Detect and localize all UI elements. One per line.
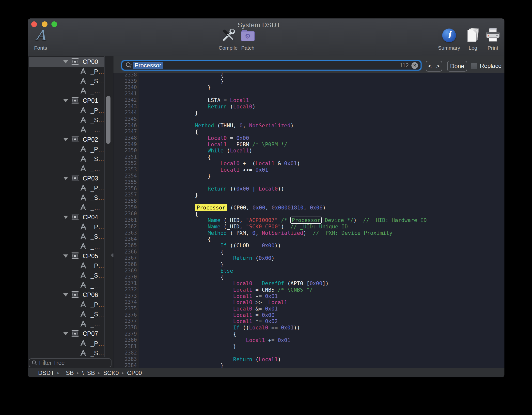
line-number: 2349 — [115, 141, 137, 148]
tree-leaf-label: _P… — [91, 107, 104, 114]
disclosure-triangle-icon[interactable] — [63, 254, 68, 258]
tree-scrollbar-thumb[interactable] — [106, 96, 110, 144]
tree-node-cp06[interactable]: CP06 — [29, 290, 104, 300]
method-icon — [79, 271, 87, 280]
line-number: 2362 — [115, 223, 137, 230]
tree-node-cp02[interactable]: CP02 — [29, 135, 104, 145]
tree-leaf-cp00[interactable]: _P… — [29, 67, 104, 77]
tree-leaf-cp01[interactable]: _… — [29, 125, 104, 135]
find-next-button[interactable]: > — [434, 61, 442, 71]
fonts-button[interactable]: A Fonts — [34, 26, 47, 51]
disclosure-triangle-icon[interactable] — [63, 177, 68, 180]
tree-node-cp07[interactable]: CP07 — [29, 329, 104, 339]
replace-checkbox[interactable] — [471, 63, 477, 69]
tree-leaf-cp00[interactable]: _… — [29, 86, 104, 96]
tree-leaf-cp05[interactable]: _… — [29, 281, 104, 290]
tree-leaf-cp04[interactable]: _P… — [29, 222, 104, 232]
line-number: 2374 — [115, 299, 137, 306]
disclosure-triangle-icon[interactable] — [63, 60, 68, 63]
code-line-2359: Processor (CP00, 0x00, 0x00001810, 0x06) — [144, 205, 326, 211]
done-button[interactable]: Done — [447, 61, 467, 72]
tree-leaf-cp04[interactable]: _… — [29, 242, 104, 252]
clear-search-icon[interactable]: ✕ — [411, 62, 418, 69]
method-icon — [79, 145, 87, 153]
processor-device-icon — [71, 330, 79, 338]
tree-leaf-cp03[interactable]: _… — [29, 203, 104, 213]
line-number: 2368 — [115, 261, 137, 268]
tree-leaf-cp02[interactable]: _P… — [29, 145, 104, 154]
tree-leaf-cp06[interactable]: _P… — [29, 300, 104, 310]
tree-node-cp00[interactable]: CP00 — [29, 57, 104, 67]
breadcrumb-item[interactable]: DSDT — [38, 370, 54, 376]
line-number: 2382 — [115, 350, 137, 356]
line-number: 2379 — [115, 331, 137, 337]
patch-button[interactable]: ⚙ Patch — [240, 26, 255, 51]
code-line-2351: { — [144, 154, 211, 160]
tree-leaf-cp07[interactable]: _P… — [29, 339, 104, 349]
tree-leaf-cp05[interactable]: _P… — [29, 261, 104, 271]
disclosure-triangle-icon[interactable] — [63, 293, 68, 296]
line-number: 2377 — [115, 318, 137, 325]
search-icon[interactable] — [125, 62, 133, 69]
tree-leaf-label: _… — [91, 282, 100, 289]
tree-leaf-label: _… — [91, 88, 100, 95]
method-icon — [79, 194, 87, 202]
filter-tree-field[interactable]: Filter Tree — [29, 358, 111, 367]
tree-leaf-cp02[interactable]: _… — [29, 164, 104, 174]
code-line-2362: Name (_UID, "SCK0-CP00") // _UID: Unique… — [144, 223, 348, 230]
method-icon — [79, 184, 87, 192]
breadcrumb-item[interactable]: \_SB — [82, 370, 95, 376]
tree-leaf-cp06[interactable]: _S… — [29, 310, 104, 319]
compile-label: Compile — [219, 45, 237, 51]
summary-button[interactable]: i Summary — [438, 26, 460, 51]
tree-leaf-label: _S… — [91, 194, 104, 201]
line-number: 2369 — [115, 268, 137, 274]
disclosure-triangle-icon[interactable] — [63, 99, 68, 102]
tree-leaf-label: _… — [91, 126, 100, 133]
processor-device-icon — [71, 291, 79, 299]
tree-node-label: CP07 — [83, 330, 98, 337]
code-line-2349: Local1 = P0BM /* \P0BM */ — [144, 141, 287, 148]
tree-leaf-label: _… — [91, 165, 100, 172]
tree-leaf-label: _P… — [91, 301, 104, 308]
tree-node-cp04[interactable]: CP04 — [29, 212, 104, 222]
tree-leaf-cp01[interactable]: _S… — [29, 115, 104, 125]
line-number: 2358 — [115, 198, 137, 205]
tree-leaf-cp03[interactable]: _S… — [29, 193, 104, 203]
breadcrumb-separator-icon: ▸ — [57, 371, 59, 375]
method-icon — [79, 116, 87, 124]
disclosure-triangle-icon[interactable] — [63, 138, 68, 141]
tree-leaf-cp06[interactable]: _… — [29, 319, 104, 329]
tree-leaf-cp02[interactable]: _S… — [29, 154, 104, 164]
tree-leaf-cp05[interactable]: _S… — [29, 271, 104, 281]
tree-node-cp05[interactable]: CP05 — [29, 251, 104, 261]
find-prev-next-segment: < > — [426, 61, 442, 72]
code-editor[interactable]: { } } LSTA = Local1 Return (Local0) } Me… — [139, 73, 504, 368]
search-query[interactable]: Processor — [133, 62, 163, 69]
find-previous-button[interactable]: < — [426, 61, 434, 71]
code-line-2344: } — [144, 110, 198, 116]
breadcrumb-item[interactable]: _SB — [63, 370, 74, 376]
disclosure-triangle-icon[interactable] — [63, 332, 68, 335]
tree-leaf-cp01[interactable]: _P… — [29, 106, 104, 116]
tree-node-cp01[interactable]: CP01 — [29, 96, 104, 106]
window-title: System DSDT — [28, 21, 490, 29]
compile-button[interactable]: Compile — [219, 26, 237, 51]
tree-leaf-cp04[interactable]: _S… — [29, 232, 104, 242]
breadcrumb-item[interactable]: SCK0 — [103, 370, 119, 376]
tree-node-cp03[interactable]: CP03 — [29, 174, 104, 183]
code-line-2380: Local1 += 0x01 — [144, 337, 290, 343]
search-field[interactable]: Processor 112 ✕ — [121, 60, 422, 71]
tree-leaf-cp00[interactable]: _S… — [29, 76, 104, 86]
print-button[interactable]: Print — [485, 26, 501, 51]
disclosure-triangle-icon[interactable] — [63, 216, 68, 219]
line-number: 2360 — [115, 211, 137, 217]
code-line-2338: { — [144, 73, 224, 78]
tree-leaf-cp03[interactable]: _P… — [29, 183, 104, 193]
line-number: 2345 — [115, 116, 137, 122]
method-icon — [79, 281, 87, 289]
log-button[interactable]: Log — [466, 26, 480, 51]
breadcrumb-item[interactable]: CP00 — [127, 370, 142, 376]
screen-background: System DSDT A Fonts Compile — [0, 0, 532, 415]
tree-leaf-cp07[interactable]: _S… — [29, 348, 104, 357]
